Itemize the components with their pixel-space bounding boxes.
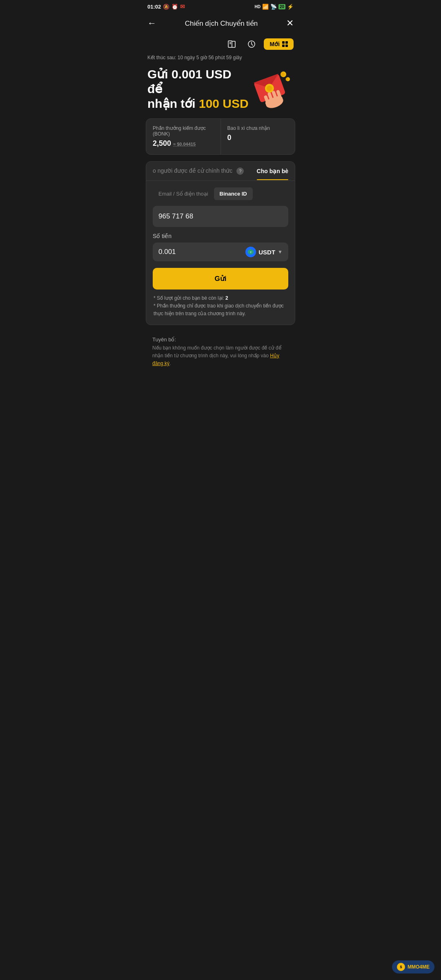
history-icon (247, 39, 256, 49)
new-button[interactable]: Mới (264, 38, 294, 50)
stats-card: Phần thưởng kiếm được (BONK) 2,500 ≈ $0.… (146, 118, 295, 155)
notes-line1: * Số lượt gửi cho bạn bè còn lại: 2 (154, 294, 287, 302)
svg-point-14 (281, 72, 285, 76)
history-icon-button[interactable] (244, 37, 259, 51)
status-bar: 01:02 🔕 ⏰ ✉ HD 📶 📡 20 ⚡ (141, 0, 300, 13)
envelope-label: Bao lì xì chưa nhận (227, 125, 289, 131)
signal-icon: 📶 (262, 4, 269, 10)
time: 01:02 (147, 4, 161, 10)
token-icon: T (245, 247, 256, 257)
svg-point-16 (286, 78, 289, 81)
hero-section: Gửi 0.001 USD để nhận tới 100 USD (141, 64, 300, 118)
amount-row: T USDT ▼ (153, 243, 288, 261)
grid-icon (282, 41, 288, 47)
disclaimer-title: Tuyên bố: (152, 336, 289, 343)
tab-nominated[interactable]: o người được đề cử chính thức ? (153, 162, 250, 180)
envelope-stat: Bao lì xì chưa nhận 0 (221, 119, 295, 154)
toggle-binance-id[interactable]: Binance ID (214, 187, 253, 200)
notes-count: 2 (225, 295, 228, 301)
envelope-value: 0 (227, 134, 289, 142)
back-button[interactable]: ← (147, 18, 156, 29)
disclaimer-text: Nếu bạn không muốn được chọn làm người đ… (152, 344, 289, 368)
svg-text:T: T (250, 251, 252, 254)
token-selector[interactable]: T USDT ▼ (245, 247, 283, 257)
close-button[interactable]: ✕ (286, 18, 294, 29)
hero-line2: nhận tới 100 USD (147, 96, 249, 111)
book-icon-button[interactable] (225, 37, 239, 51)
charge-icon: ⚡ (287, 4, 294, 10)
amount-input[interactable] (158, 248, 245, 256)
input-toggle: Email / Số điện thoại Binance ID (153, 187, 288, 200)
notes-line2: * Phần thưởng chỉ được trao khi giao dịc… (154, 302, 287, 318)
hero-line1: Gửi 0.001 USD để (147, 67, 249, 96)
mute-icon: 🔕 (163, 4, 169, 10)
envelope-svg (249, 67, 294, 112)
hero-highlight: 100 USD (199, 97, 249, 110)
help-icon[interactable]: ? (236, 167, 244, 175)
new-label: Mới (270, 41, 280, 47)
hd-label: HD (254, 4, 260, 9)
status-left: 01:02 🔕 ⏰ ✉ (147, 3, 185, 10)
reward-value: 2,500 ≈ $0.04415 (153, 139, 214, 148)
disclaimer-section: Tuyên bố: Nếu bạn không muốn được chọn l… (146, 330, 295, 374)
reward-label: Phần thưởng kiếm được (BONK) (153, 125, 214, 137)
battery-icon: 20 (278, 4, 285, 9)
reward-stat: Phần thưởng kiếm được (BONK) 2,500 ≈ $0.… (146, 119, 221, 154)
timer-text: Kết thúc sau: 10 ngày 5 giờ 56 phút 59 g… (141, 53, 300, 64)
page-header: ← Chiến dịch Chuyển tiền ✕ (141, 13, 300, 33)
page-title: Chiến dịch Chuyển tiền (185, 19, 258, 28)
hero-text: Gửi 0.001 USD để nhận tới 100 USD (147, 67, 249, 111)
book-icon (227, 39, 237, 49)
email-icon: ✉ (180, 3, 185, 10)
status-right: HD 📶 📡 20 ⚡ (254, 4, 294, 10)
tab-content: Email / Số điện thoại Binance ID Số tiền… (146, 181, 295, 325)
amount-label: Số tiền (153, 233, 288, 239)
token-name: USDT (258, 249, 275, 256)
send-button[interactable]: Gửi (153, 268, 288, 290)
tab-section: o người được đề cử chính thức ? Cho bạn … (146, 161, 295, 325)
id-input[interactable] (153, 206, 288, 227)
envelope-image (249, 67, 294, 112)
action-icons-row: Mới (141, 33, 300, 53)
toggle-email[interactable]: Email / Số điện thoại (153, 187, 214, 200)
notes-text: * Số lượt gửi cho bạn bè còn lại: 2 * Ph… (153, 294, 288, 318)
reward-sub: ≈ $0.04415 (173, 142, 196, 147)
wifi-icon: 📡 (270, 4, 277, 10)
chevron-down-icon: ▼ (278, 249, 283, 255)
tab-friends[interactable]: Cho bạn bè (257, 162, 288, 180)
alarm-icon: ⏰ (172, 4, 178, 10)
tab-header: o người được đề cử chính thức ? Cho bạn … (146, 162, 295, 181)
